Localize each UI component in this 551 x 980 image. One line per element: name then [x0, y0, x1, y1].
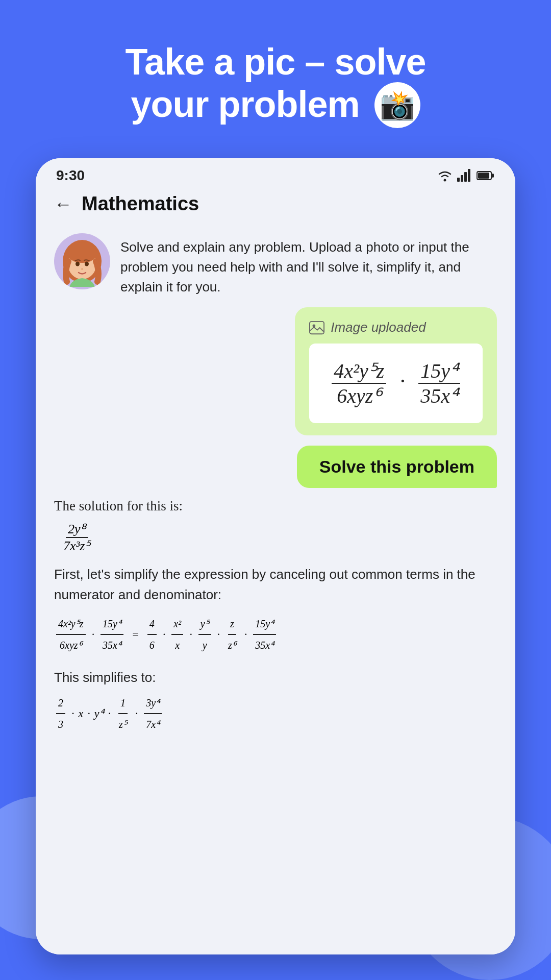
svg-point-0: [444, 179, 446, 182]
svg-rect-3: [464, 172, 467, 182]
math-formula-image: 4x²y⁵z 6xyz⁶ · 15y⁴ 35x⁴: [309, 344, 483, 423]
svg-rect-2: [461, 175, 463, 182]
camera-emoji: 📸: [374, 82, 420, 128]
svg-rect-6: [478, 173, 489, 179]
svg-point-10: [67, 242, 97, 263]
solve-button-bubble[interactable]: Solve this problem: [297, 446, 497, 488]
svg-point-13: [81, 268, 83, 270]
battery-icon: [477, 170, 495, 181]
wifi-icon: [437, 168, 453, 183]
status-bar: 9:30: [36, 158, 515, 188]
bot-response: The solution for this is: 2y⁸ 7x³z⁵ Firs…: [54, 498, 497, 747]
svg-rect-4: [468, 169, 470, 182]
image-uploaded-label: Image uploaded: [309, 320, 483, 335]
bot-intro-message: Solve and explain any problem. Upload a …: [54, 233, 497, 297]
status-time: 9:30: [56, 167, 85, 184]
phone-mockup: 9:30 ← Mat: [36, 158, 515, 954]
simplifies-label: This simplifies to:: [54, 670, 497, 685]
page-title: Mathematics: [82, 193, 199, 215]
status-icons: [437, 168, 495, 183]
bot-intro-text: Solve and explain any problem. Upload a …: [120, 233, 497, 297]
solution-header: The solution for this is:: [54, 498, 183, 514]
avatar-illustration: [59, 238, 105, 289]
image-icon: [309, 320, 324, 335]
svg-rect-14: [310, 321, 324, 333]
svg-rect-7: [492, 174, 494, 178]
svg-point-11: [76, 262, 80, 266]
image-upload-bubble: Image uploaded 4x²y⁵z 6xyz⁶ · 15y⁴ 35x⁴: [295, 307, 497, 435]
chat-area[interactable]: Solve and explain any problem. Upload a …: [36, 223, 515, 954]
solve-button-label: Solve this problem: [319, 457, 474, 476]
avatar: [54, 233, 110, 289]
hero-title: Take a pic – solve your problem 📸: [0, 0, 551, 156]
back-button[interactable]: ←: [54, 193, 72, 215]
svg-rect-1: [457, 178, 460, 182]
signal-icon: [457, 168, 472, 183]
app-header: ← Mathematics: [36, 188, 515, 223]
explanation-text: First, let's simplify the expression by …: [54, 564, 497, 605]
svg-point-12: [85, 262, 89, 266]
